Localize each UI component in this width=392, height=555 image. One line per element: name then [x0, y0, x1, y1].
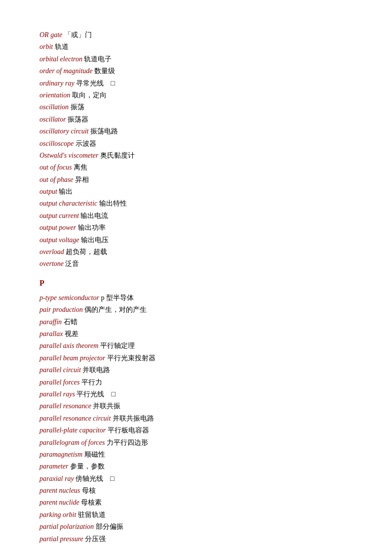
list-item: parallax 视差 [39, 329, 353, 340]
entry-english: p-type semiconductor [39, 294, 99, 301]
list-item: orbital electron 轨道电子 [39, 54, 353, 65]
entry-chinese: 超负荷，超载 [66, 248, 107, 256]
entry-chinese: 异相 [75, 176, 89, 183]
entry-english: parameter [39, 463, 68, 470]
entry-chinese: 离焦 [74, 164, 87, 171]
list-item: paraffin 石蜡 [39, 317, 353, 328]
entry-english: parallel rays [39, 390, 75, 398]
section-header: P [39, 279, 353, 288]
list-item: order of magnitude 数量级 [39, 66, 353, 77]
list-item: oscillatory circuit 振荡电路 [39, 126, 353, 137]
entry-chinese: 分压强 [85, 535, 106, 543]
entry-english: paraffin [39, 318, 62, 326]
entry-english: output current [39, 212, 79, 219]
entry-chinese: 振荡电路 [90, 128, 118, 135]
entry-english: oscillation [39, 103, 69, 111]
entry-english: parking orbit [39, 511, 76, 518]
entry-english: OR gate [39, 31, 62, 39]
list-item: oscilloscope 示波器 [39, 138, 353, 149]
list-item: parallel-plate capacitor 平行板电容器 [39, 425, 353, 436]
list-item: out of focus 离焦 [39, 162, 353, 173]
entry-chinese: 平行光线 □ [77, 390, 115, 398]
entry-english: oscillatory circuit [39, 128, 88, 135]
list-item: parking orbit 驻留轨道 [39, 510, 353, 520]
entry-english: orbit [39, 43, 53, 50]
entry-chinese: 并联共振电路 [113, 415, 154, 422]
entry-english: parallax [39, 330, 63, 338]
entry-chinese: 输出电压 [81, 236, 109, 244]
entry-chinese: 母核素 [81, 499, 102, 506]
entry-chinese: 平行力 [81, 379, 102, 386]
list-item: output 输出 [39, 186, 353, 197]
entry-chinese: 平行板电容器 [108, 427, 149, 434]
list-item: parallel beam projector 平行光束投射器 [39, 353, 353, 364]
list-item: output current 输出电流 [39, 211, 353, 221]
entry-chinese: 驻留轨道 [78, 511, 106, 518]
entry-english: output [39, 188, 57, 195]
entry-chinese: 输出电流 [80, 212, 108, 219]
list-item: oscillator 振荡器 [39, 114, 353, 125]
entry-english: oscilloscope [39, 140, 74, 147]
list-item: parallel resonance 并联共振 [39, 401, 353, 412]
entry-chinese: 平行轴定理 [100, 342, 135, 349]
entry-english: output power [39, 224, 76, 231]
list-item: parallel forces 平行力 [39, 377, 353, 388]
entry-english: parent nucleus [39, 487, 80, 494]
entry-english: pair production [39, 306, 83, 313]
list-item: parent nucleus 母核 [39, 485, 353, 496]
entry-chinese: 傍轴光线 □ [76, 475, 114, 482]
entry-english: parent nuclide [39, 499, 79, 506]
entry-english: oscillator [39, 116, 66, 123]
entry-chinese: 参量，参数 [70, 463, 105, 470]
entry-english: parallelogram of forces [39, 439, 105, 446]
entry-english: out of phase [39, 176, 73, 183]
list-item: parallel axis theorem 平行轴定理 [39, 341, 353, 351]
entry-chinese: 石蜡 [64, 318, 78, 326]
entry-chinese: 输出特性 [99, 200, 127, 207]
entry-english: parallel resonance circuit [39, 415, 111, 422]
entry-english: output characteristic [39, 200, 97, 207]
entry-chinese: p 型半导体 [101, 294, 134, 301]
entry-chinese: 轨道 [55, 43, 69, 50]
entry-chinese: 母核 [82, 487, 96, 494]
entry-chinese: 部分偏振 [96, 523, 123, 530]
entry-chinese: 顺磁性 [84, 451, 105, 458]
entry-chinese: 振荡 [71, 103, 84, 111]
entry-chinese: 「或」门 [64, 31, 92, 39]
entry-english: parallel-plate capacitor [39, 427, 106, 434]
list-item: overload 超负荷，超载 [39, 247, 353, 257]
entry-chinese: 取向，定向 [72, 91, 107, 99]
list-item: parallel resonance circuit 并联共振电路 [39, 413, 353, 424]
entry-english: Ostwald's viscometer [39, 152, 98, 159]
entry-english: parallel resonance [39, 402, 91, 410]
entry-chinese: 奥氏黏度计 [100, 152, 135, 159]
list-item: orientation 取向，定向 [39, 90, 353, 101]
entry-english: order of magnitude [39, 67, 93, 75]
entry-english: partial pressure [39, 535, 83, 543]
list-item: oscillation 振荡 [39, 102, 353, 113]
entry-english: paramagnetism [39, 451, 82, 458]
list-item: parallelogram of forces 力平行四边形 [39, 437, 353, 448]
entry-english: parallel circuit [39, 366, 81, 374]
entry-english: overtone [39, 260, 64, 267]
list-item: overtone 泛音 [39, 258, 353, 269]
entry-chinese: 并联电路 [82, 366, 110, 374]
list-item: partial polarization 部分偏振 [39, 521, 353, 532]
entry-chinese: 偶的产生，对的产生 [84, 306, 147, 313]
entry-chinese: 并联共振 [93, 402, 120, 410]
list-item: partial pressure 分压强 [39, 534, 353, 545]
list-item: Ostwald's viscometer 奥氏黏度计 [39, 150, 353, 161]
entry-english: overload [39, 248, 64, 256]
entry-english: parallel forces [39, 379, 80, 386]
entry-english: out of focus [39, 164, 72, 171]
list-item: pair production 偶的产生，对的产生 [39, 304, 353, 315]
entry-english: parallel axis theorem [39, 342, 98, 349]
entry-english: ordinary ray [39, 80, 75, 87]
entry-chinese: 输出功率 [78, 224, 106, 231]
entry-chinese: 轨道电子 [84, 55, 112, 63]
entry-english: output voltage [39, 236, 79, 244]
entry-english: paraxial ray [39, 475, 74, 482]
entry-chinese: 输出 [59, 188, 73, 195]
list-item: OR gate 「或」门 [39, 30, 353, 41]
entry-english: orientation [39, 91, 70, 99]
